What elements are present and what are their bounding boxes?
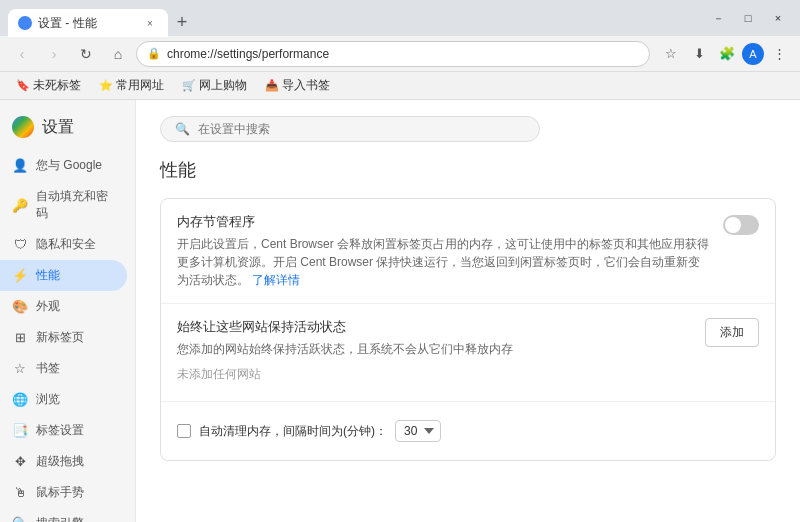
interval-select[interactable]: 30 15 60: [395, 420, 441, 442]
downloads-icon[interactable]: ⬇: [686, 41, 712, 67]
auto-clear-section: 自动清理内存，间隔时间为(分钟)： 30 15 60: [161, 402, 775, 460]
sidebar-label-8: 标签设置: [36, 422, 84, 439]
auto-clear-row: 自动清理内存，间隔时间为(分钟)： 30 15 60: [177, 416, 759, 446]
active-sites-title: 始终让这些网站保持活动状态: [177, 318, 693, 336]
sidebar-icon-3: ⚡: [12, 268, 28, 283]
sidebar-item-11[interactable]: 🔍搜索引擎: [0, 508, 127, 522]
sidebar-item-9[interactable]: ✥超级拖拽: [0, 446, 127, 477]
sidebar: 设置 👤您与 Google🔑自动填充和密码🛡隐私和安全⚡性能🎨外观⊞新标签页☆书…: [0, 100, 136, 522]
sidebar-icon-10: 🖱: [12, 485, 28, 500]
home-button[interactable]: ⌂: [104, 40, 132, 68]
sidebar-item-3[interactable]: ⚡性能: [0, 260, 127, 291]
auto-clear-checkbox[interactable]: [177, 424, 191, 438]
sidebar-icon-4: 🎨: [12, 299, 28, 314]
sidebar-label-1: 自动填充和密码: [36, 188, 115, 222]
memory-desc: 开启此设置后，Cent Browser 会释放闲置标签页占用的内存，这可让使用中…: [177, 235, 711, 289]
forward-button[interactable]: ›: [40, 40, 68, 68]
settings-header: 设置: [0, 108, 135, 150]
tab-favicon: [18, 16, 32, 30]
sidebar-label-6: 书签: [36, 360, 60, 377]
address-bar[interactable]: 🔒 chrome://settings/performance: [136, 41, 650, 67]
sidebar-item-0[interactable]: 👤您与 Google: [0, 150, 127, 181]
settings-logo: [12, 116, 34, 138]
search-input[interactable]: [198, 122, 525, 136]
settings-title: 设置: [42, 117, 74, 138]
tab-title: 设置 - 性能: [38, 15, 136, 32]
tab-close-button[interactable]: ×: [142, 15, 158, 31]
toolbar-actions: ☆ ⬇ 🧩 A ⋮: [658, 41, 792, 67]
interval-select-wrap: 30 15 60: [395, 420, 441, 442]
memory-card: 内存节管程序 开启此设置后，Cent Browser 会释放闲置标签页占用的内存…: [160, 198, 776, 461]
content-area: 🔍 性能 内存节管程序 开启此设置后，Cent Browser 会释放闲置标签页…: [136, 100, 800, 522]
sidebar-icon-0: 👤: [12, 158, 28, 173]
sidebar-icon-8: 📑: [12, 423, 28, 438]
active-tab[interactable]: 设置 - 性能 ×: [8, 9, 168, 37]
bookmark-label-1: 常用网址: [116, 78, 164, 93]
sidebar-icon-1: 🔑: [12, 198, 28, 213]
search-box[interactable]: 🔍: [160, 116, 540, 142]
bookmark-label-0: 未死标签: [33, 78, 81, 93]
sidebar-item-6[interactable]: ☆书签: [0, 353, 127, 384]
reload-button[interactable]: ↻: [72, 40, 100, 68]
active-sites-text: 始终让这些网站保持活动状态 您添加的网站始终保持活跃状态，且系统不会从它们中释放…: [177, 318, 693, 358]
add-site-button[interactable]: 添加: [705, 318, 759, 347]
bookmark-icon-3: 📥: [265, 79, 279, 92]
main-area: 设置 👤您与 Google🔑自动填充和密码🛡隐私和安全⚡性能🎨外观⊞新标签页☆书…: [0, 100, 800, 522]
bookmark-item-1[interactable]: ⭐ 常用网址: [91, 76, 172, 95]
tab-strip: 设置 - 性能 × +: [8, 0, 700, 36]
sidebar-item-2[interactable]: 🛡隐私和安全: [0, 229, 127, 260]
memory-text: 内存节管程序 开启此设置后，Cent Browser 会释放闲置标签页占用的内存…: [177, 213, 711, 289]
memory-section: 内存节管程序 开启此设置后，Cent Browser 会释放闲置标签页占用的内存…: [161, 199, 775, 304]
toolbar: ‹ › ↻ ⌂ 🔒 chrome://settings/performance …: [0, 36, 800, 72]
sidebar-label-7: 浏览: [36, 391, 60, 408]
memory-title: 内存节管程序: [177, 213, 711, 231]
active-sites-row: 始终让这些网站保持活动状态 您添加的网站始终保持活跃状态，且系统不会从它们中释放…: [177, 318, 759, 358]
bookmark-label-3: 导入书签: [282, 78, 330, 93]
sidebar-label-0: 您与 Google: [36, 157, 102, 174]
bookmark-icon-1: ⭐: [99, 79, 113, 92]
page-title: 性能: [160, 158, 776, 182]
sidebar-label-11: 搜索引擎: [36, 515, 84, 522]
close-button[interactable]: ×: [764, 4, 792, 32]
auto-clear-label: 自动清理内存，间隔时间为(分钟)：: [199, 423, 387, 440]
sidebar-label-2: 隐私和安全: [36, 236, 96, 253]
search-icon: 🔍: [175, 122, 190, 136]
sidebar-icon-5: ⊞: [12, 330, 28, 345]
bookmark-icon-2: 🛒: [182, 79, 196, 92]
bookmark-bar: 🔖 未死标签 ⭐ 常用网址 🛒 网上购物 📥 导入书签: [0, 72, 800, 100]
maximize-button[interactable]: □: [734, 4, 762, 32]
sidebar-label-10: 鼠标手势: [36, 484, 84, 501]
sidebar-icon-7: 🌐: [12, 392, 28, 407]
sidebar-item-4[interactable]: 🎨外观: [0, 291, 127, 322]
bookmark-icon-0: 🔖: [16, 79, 30, 92]
sidebar-label-5: 新标签页: [36, 329, 84, 346]
sidebar-icon-9: ✥: [12, 454, 28, 469]
active-sites-section: 始终让这些网站保持活动状态 您添加的网站始终保持活跃状态，且系统不会从它们中释放…: [161, 304, 775, 402]
active-sites-desc: 您添加的网站始终保持活跃状态，且系统不会从它们中释放内存: [177, 340, 693, 358]
minimize-button[interactable]: －: [704, 4, 732, 32]
bookmark-item-0[interactable]: 🔖 未死标签: [8, 76, 89, 95]
new-tab-button[interactable]: +: [168, 8, 196, 36]
sidebar-icon-6: ☆: [12, 361, 28, 376]
memory-row: 内存节管程序 开启此设置后，Cent Browser 会释放闲置标签页占用的内存…: [177, 213, 759, 289]
avatar[interactable]: A: [742, 43, 764, 65]
address-text: chrome://settings/performance: [167, 47, 639, 61]
back-button[interactable]: ‹: [8, 40, 36, 68]
sidebar-icon-2: 🛡: [12, 237, 28, 252]
address-lock-icon: 🔒: [147, 47, 161, 60]
sidebar-item-8[interactable]: 📑标签设置: [0, 415, 127, 446]
sidebar-label-9: 超级拖拽: [36, 453, 84, 470]
memory-link[interactable]: 了解详情: [252, 273, 300, 287]
bookmark-icon[interactable]: ☆: [658, 41, 684, 67]
sidebar-item-7[interactable]: 🌐浏览: [0, 384, 127, 415]
sidebar-item-1[interactable]: 🔑自动填充和密码: [0, 181, 127, 229]
menu-icon[interactable]: ⋮: [766, 41, 792, 67]
extensions-icon[interactable]: 🧩: [714, 41, 740, 67]
sidebar-item-5[interactable]: ⊞新标签页: [0, 322, 127, 353]
empty-hint: 未添加任何网站: [177, 358, 759, 387]
bookmark-item-2[interactable]: 🛒 网上购物: [174, 76, 255, 95]
sidebar-icon-11: 🔍: [12, 516, 28, 522]
bookmark-item-3[interactable]: 📥 导入书签: [257, 76, 338, 95]
sidebar-item-10[interactable]: 🖱鼠标手势: [0, 477, 127, 508]
memory-toggle[interactable]: [723, 215, 759, 235]
